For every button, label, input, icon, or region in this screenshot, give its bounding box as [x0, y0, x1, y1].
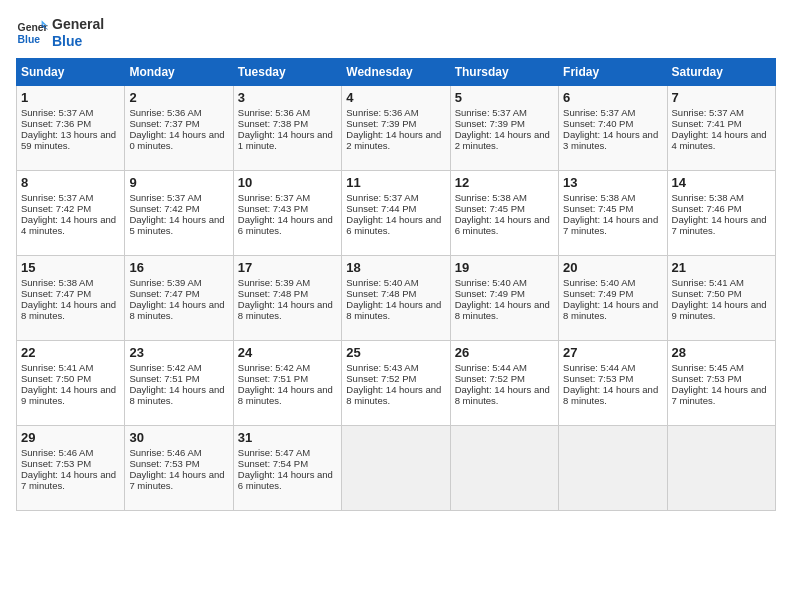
sunrise-label: Sunrise: 5:42 AM	[129, 362, 201, 373]
daylight-label: Daylight: 14 hours and 2 minutes.	[455, 129, 550, 151]
day-number: 29	[21, 430, 120, 445]
table-row: 19 Sunrise: 5:40 AM Sunset: 7:49 PM Dayl…	[450, 255, 558, 340]
table-row	[342, 425, 450, 510]
day-number: 3	[238, 90, 337, 105]
sunrise-label: Sunrise: 5:37 AM	[563, 107, 635, 118]
table-row: 30 Sunrise: 5:46 AM Sunset: 7:53 PM Dayl…	[125, 425, 233, 510]
table-row	[450, 425, 558, 510]
table-row: 22 Sunrise: 5:41 AM Sunset: 7:50 PM Dayl…	[17, 340, 125, 425]
sunrise-label: Sunrise: 5:37 AM	[672, 107, 744, 118]
day-number: 4	[346, 90, 445, 105]
sunset-label: Sunset: 7:45 PM	[563, 203, 633, 214]
col-wednesday: Wednesday	[342, 58, 450, 85]
daylight-label: Daylight: 14 hours and 8 minutes.	[129, 299, 224, 321]
col-monday: Monday	[125, 58, 233, 85]
sunset-label: Sunset: 7:48 PM	[346, 288, 416, 299]
sunrise-label: Sunrise: 5:42 AM	[238, 362, 310, 373]
table-row	[559, 425, 667, 510]
sunrise-label: Sunrise: 5:36 AM	[238, 107, 310, 118]
logo: General Blue General Blue	[16, 16, 104, 50]
sunset-label: Sunset: 7:47 PM	[129, 288, 199, 299]
daylight-label: Daylight: 14 hours and 8 minutes.	[238, 384, 333, 406]
table-row: 7 Sunrise: 5:37 AM Sunset: 7:41 PM Dayli…	[667, 85, 775, 170]
sunset-label: Sunset: 7:39 PM	[455, 118, 525, 129]
table-row: 16 Sunrise: 5:39 AM Sunset: 7:47 PM Dayl…	[125, 255, 233, 340]
table-row: 25 Sunrise: 5:43 AM Sunset: 7:52 PM Dayl…	[342, 340, 450, 425]
day-number: 28	[672, 345, 771, 360]
day-number: 27	[563, 345, 662, 360]
sunset-label: Sunset: 7:52 PM	[455, 373, 525, 384]
daylight-label: Daylight: 14 hours and 6 minutes.	[238, 469, 333, 491]
daylight-label: Daylight: 14 hours and 8 minutes.	[21, 299, 116, 321]
day-number: 22	[21, 345, 120, 360]
table-row: 1 Sunrise: 5:37 AM Sunset: 7:36 PM Dayli…	[17, 85, 125, 170]
logo-text: General Blue	[52, 16, 104, 50]
sunrise-label: Sunrise: 5:37 AM	[238, 192, 310, 203]
sunrise-label: Sunrise: 5:37 AM	[129, 192, 201, 203]
table-row: 27 Sunrise: 5:44 AM Sunset: 7:53 PM Dayl…	[559, 340, 667, 425]
sunset-label: Sunset: 7:44 PM	[346, 203, 416, 214]
day-number: 2	[129, 90, 228, 105]
sunrise-label: Sunrise: 5:37 AM	[455, 107, 527, 118]
sunset-label: Sunset: 7:39 PM	[346, 118, 416, 129]
table-row: 15 Sunrise: 5:38 AM Sunset: 7:47 PM Dayl…	[17, 255, 125, 340]
sunrise-label: Sunrise: 5:38 AM	[455, 192, 527, 203]
sunrise-label: Sunrise: 5:38 AM	[563, 192, 635, 203]
table-row: 31 Sunrise: 5:47 AM Sunset: 7:54 PM Dayl…	[233, 425, 341, 510]
daylight-label: Daylight: 14 hours and 5 minutes.	[129, 214, 224, 236]
sunset-label: Sunset: 7:42 PM	[21, 203, 91, 214]
sunrise-label: Sunrise: 5:38 AM	[672, 192, 744, 203]
sunset-label: Sunset: 7:37 PM	[129, 118, 199, 129]
table-row: 2 Sunrise: 5:36 AM Sunset: 7:37 PM Dayli…	[125, 85, 233, 170]
daylight-label: Daylight: 14 hours and 7 minutes.	[21, 469, 116, 491]
day-number: 14	[672, 175, 771, 190]
col-thursday: Thursday	[450, 58, 558, 85]
sunrise-label: Sunrise: 5:41 AM	[21, 362, 93, 373]
sunrise-label: Sunrise: 5:39 AM	[238, 277, 310, 288]
table-row: 5 Sunrise: 5:37 AM Sunset: 7:39 PM Dayli…	[450, 85, 558, 170]
sunrise-label: Sunrise: 5:40 AM	[563, 277, 635, 288]
day-number: 24	[238, 345, 337, 360]
daylight-label: Daylight: 14 hours and 7 minutes.	[563, 214, 658, 236]
sunrise-label: Sunrise: 5:47 AM	[238, 447, 310, 458]
svg-text:Blue: Blue	[18, 33, 41, 44]
sunset-label: Sunset: 7:53 PM	[129, 458, 199, 469]
col-sunday: Sunday	[17, 58, 125, 85]
table-row: 18 Sunrise: 5:40 AM Sunset: 7:48 PM Dayl…	[342, 255, 450, 340]
calendar-table: Sunday Monday Tuesday Wednesday Thursday…	[16, 58, 776, 511]
sunset-label: Sunset: 7:41 PM	[672, 118, 742, 129]
day-number: 15	[21, 260, 120, 275]
day-number: 23	[129, 345, 228, 360]
day-number: 19	[455, 260, 554, 275]
daylight-label: Daylight: 14 hours and 0 minutes.	[129, 129, 224, 151]
sunrise-label: Sunrise: 5:40 AM	[455, 277, 527, 288]
sunset-label: Sunset: 7:54 PM	[238, 458, 308, 469]
table-row: 11 Sunrise: 5:37 AM Sunset: 7:44 PM Dayl…	[342, 170, 450, 255]
day-number: 17	[238, 260, 337, 275]
logo-icon: General Blue	[16, 17, 48, 49]
day-number: 25	[346, 345, 445, 360]
table-row: 14 Sunrise: 5:38 AM Sunset: 7:46 PM Dayl…	[667, 170, 775, 255]
sunset-label: Sunset: 7:53 PM	[563, 373, 633, 384]
sunrise-label: Sunrise: 5:38 AM	[21, 277, 93, 288]
table-row: 3 Sunrise: 5:36 AM Sunset: 7:38 PM Dayli…	[233, 85, 341, 170]
daylight-label: Daylight: 14 hours and 8 minutes.	[563, 299, 658, 321]
day-number: 20	[563, 260, 662, 275]
sunrise-label: Sunrise: 5:37 AM	[21, 192, 93, 203]
sunrise-label: Sunrise: 5:44 AM	[563, 362, 635, 373]
daylight-label: Daylight: 14 hours and 6 minutes.	[346, 214, 441, 236]
table-row: 13 Sunrise: 5:38 AM Sunset: 7:45 PM Dayl…	[559, 170, 667, 255]
sunset-label: Sunset: 7:36 PM	[21, 118, 91, 129]
sunset-label: Sunset: 7:49 PM	[455, 288, 525, 299]
daylight-label: Daylight: 14 hours and 8 minutes.	[346, 384, 441, 406]
table-row: 10 Sunrise: 5:37 AM Sunset: 7:43 PM Dayl…	[233, 170, 341, 255]
table-row: 26 Sunrise: 5:44 AM Sunset: 7:52 PM Dayl…	[450, 340, 558, 425]
day-number: 18	[346, 260, 445, 275]
daylight-label: Daylight: 14 hours and 3 minutes.	[563, 129, 658, 151]
daylight-label: Daylight: 14 hours and 7 minutes.	[129, 469, 224, 491]
sunset-label: Sunset: 7:50 PM	[672, 288, 742, 299]
daylight-label: Daylight: 14 hours and 6 minutes.	[455, 214, 550, 236]
sunset-label: Sunset: 7:53 PM	[672, 373, 742, 384]
daylight-label: Daylight: 14 hours and 7 minutes.	[672, 214, 767, 236]
sunrise-label: Sunrise: 5:45 AM	[672, 362, 744, 373]
